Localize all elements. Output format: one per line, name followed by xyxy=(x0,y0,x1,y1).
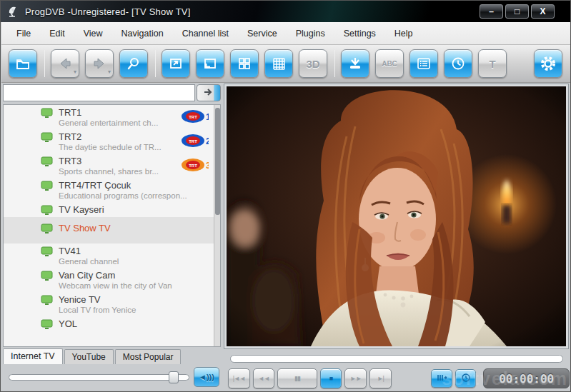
channel-row-trt4[interactable]: TRT4/TRT Çocuk Educational programs (cor… xyxy=(4,178,220,202)
svg-text:TRT: TRT xyxy=(189,139,197,144)
window-icon xyxy=(202,56,218,71)
channel-row-yol[interactable]: YOL xyxy=(4,316,220,331)
toolbar-separator xyxy=(155,50,156,77)
menu-help[interactable]: Help xyxy=(385,26,422,41)
menu-edit[interactable]: Edit xyxy=(40,26,74,41)
compact-window-button[interactable] xyxy=(196,49,224,78)
mosaic-small-button[interactable] xyxy=(230,49,259,78)
open-folder-button[interactable] xyxy=(9,49,37,78)
forward-button[interactable]: ▾ xyxy=(85,49,114,78)
teletext-label: T xyxy=(489,58,495,70)
3d-mode-button[interactable]: 3D xyxy=(299,49,327,78)
close-button[interactable]: X xyxy=(531,4,555,19)
tab-internet-tv[interactable]: Internet TV xyxy=(3,348,63,364)
back-button[interactable]: ▾ xyxy=(51,49,79,78)
tv-screen-icon xyxy=(41,246,53,256)
subtitles-button[interactable]: ABC xyxy=(375,49,404,78)
scrollbar-thumb[interactable] xyxy=(215,108,220,215)
channel-row-trt3[interactable]: TRT3 Sports channel, shares br... TRT3 xyxy=(4,154,220,178)
svg-text:1: 1 xyxy=(206,112,209,122)
fast-forward-button[interactable]: ►► xyxy=(344,368,367,388)
search-button[interactable] xyxy=(119,49,148,78)
menu-file[interactable]: File xyxy=(7,26,40,41)
channel-row-tv-show-tv[interactable]: TV Show TV xyxy=(4,217,220,243)
title-bar: ProgDVB -Unregistered- [TV Show TV] – □ … xyxy=(1,1,570,22)
channel-name: Van City Cam xyxy=(59,270,115,281)
toolbar: ▾ ▾ 3D ABC xyxy=(1,45,571,83)
channel-description: Webcam view in the city of Van xyxy=(41,281,220,290)
osd-button[interactable] xyxy=(431,369,452,388)
tv-screen-icon xyxy=(41,295,53,305)
menu-bar: File Edit View Navigation Channel list S… xyxy=(1,22,571,45)
tv-screen-icon xyxy=(41,156,53,166)
abc-label: ABC xyxy=(382,60,397,68)
channel-row-trt1[interactable]: TRT1 General entertainment ch... TRT1 xyxy=(4,105,220,129)
selected-channel-name: TV Show TV xyxy=(59,223,111,233)
channel-description: General channel xyxy=(41,257,220,266)
channel-name: TRT3 xyxy=(59,156,81,166)
record-button[interactable] xyxy=(341,49,369,78)
tv-screen-icon xyxy=(41,132,53,142)
clock-arrow-icon xyxy=(461,373,471,384)
menu-plugins[interactable]: Plugins xyxy=(287,26,334,41)
maximize-button[interactable]: □ xyxy=(505,4,529,19)
stop-button[interactable]: ■ xyxy=(320,368,342,388)
channel-search-input[interactable] xyxy=(3,84,195,101)
previous-button[interactable]: |◄◄ xyxy=(228,368,250,388)
channel-row-tv-kayseri[interactable]: TV Kayseri xyxy=(4,202,220,217)
scheduler-button[interactable] xyxy=(444,49,472,78)
channel-list: TRT1 General entertainment ch... TRT1 TR… xyxy=(3,104,221,347)
minimize-button[interactable]: – xyxy=(480,4,503,19)
channel-name: TRT4/TRT Çocuk xyxy=(59,180,131,191)
clock-icon xyxy=(450,56,466,71)
svg-text:3: 3 xyxy=(206,161,209,171)
bars-icon xyxy=(437,373,447,383)
seek-bar[interactable] xyxy=(230,355,563,363)
speaker-icon: ◄))) xyxy=(199,373,214,381)
rewind-button[interactable]: ◄◄ xyxy=(253,368,275,388)
time-counter: 00:00:00 xyxy=(483,368,570,388)
next-button[interactable]: ►| xyxy=(369,368,392,388)
mosaic-large-button[interactable] xyxy=(264,49,293,78)
tv-screen-icon xyxy=(41,319,53,329)
pause-button[interactable]: ▮▮ xyxy=(277,368,317,388)
tv-screen-icon xyxy=(41,181,53,191)
video-display[interactable] xyxy=(224,84,568,348)
volume-slider-thumb[interactable] xyxy=(169,371,179,383)
channel-description: Educational programs (correspon... xyxy=(41,191,220,200)
tab-youtube[interactable]: YouTube xyxy=(64,349,114,364)
record-download-icon xyxy=(347,56,363,71)
menu-navigation[interactable]: Navigation xyxy=(112,26,173,41)
channel-tabs: Internet TV YouTube Most Popular xyxy=(3,348,221,364)
teletext-button[interactable]: T xyxy=(478,49,507,78)
timeshift-button[interactable] xyxy=(455,369,477,388)
epg-list-button[interactable] xyxy=(409,49,438,78)
channel-description: Local TV from Yenice xyxy=(41,306,220,314)
settings-button[interactable] xyxy=(534,49,562,78)
menu-view[interactable]: View xyxy=(74,26,112,41)
fullscreen-button[interactable] xyxy=(162,49,190,78)
tv-screen-icon xyxy=(41,223,53,233)
search-go-button[interactable] xyxy=(197,84,221,101)
fullscreen-icon xyxy=(168,56,184,71)
main-area: TRT1 General entertainment ch... TRT1 TR… xyxy=(1,83,571,392)
menu-service[interactable]: Service xyxy=(238,26,287,41)
mute-button[interactable]: ◄))) xyxy=(194,367,219,387)
channel-row-van-city-cam[interactable]: Van City Cam Webcam view in the city of … xyxy=(4,268,220,292)
grid-2x2-icon xyxy=(237,56,252,71)
menu-settings[interactable]: Settings xyxy=(334,26,385,41)
channel-row-trt2[interactable]: TRT2 The daytie schedule of TR... TRT2 xyxy=(4,129,220,154)
channel-list-scrollbar[interactable] xyxy=(214,105,220,346)
video-panel: |◄◄ ◄◄ ▮▮ ■ ►► ►| 00:00:00 softvela.com xyxy=(224,83,570,392)
channel-row-yenice-tv[interactable]: Yenice TV Local TV from Yenice xyxy=(4,292,220,316)
tv-screen-icon xyxy=(41,108,53,118)
channel-row-tv41[interactable]: TV41 General channel xyxy=(4,243,220,268)
window-title: ProgDVB -Unregistered- [TV Show TV] xyxy=(25,6,190,17)
channel-name: TRT1 xyxy=(59,107,81,118)
channel-name: YOL xyxy=(59,318,77,329)
tv-screen-icon xyxy=(41,271,53,281)
volume-slider[interactable] xyxy=(9,374,189,381)
dropdown-caret-icon: ▾ xyxy=(74,69,76,75)
tab-most-popular[interactable]: Most Popular xyxy=(115,349,182,364)
menu-channel-list[interactable]: Channel list xyxy=(173,26,238,41)
